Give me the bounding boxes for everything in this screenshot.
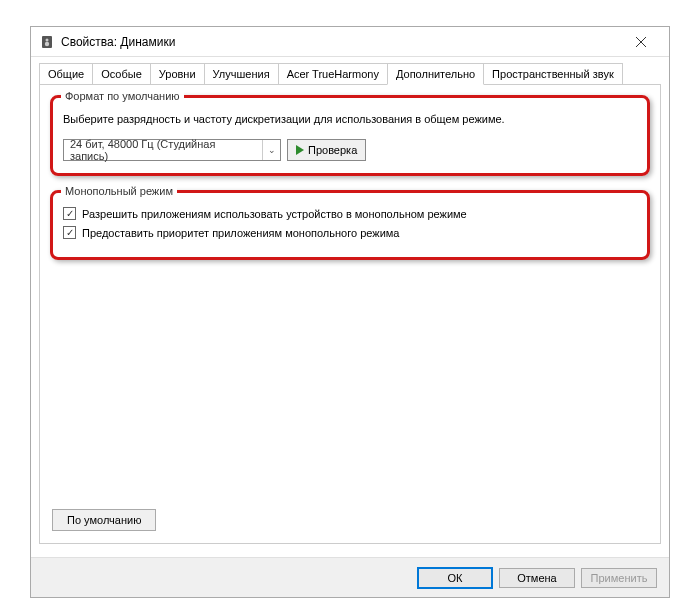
tab-panel-advanced: Формат по умолчанию Выберите разрядность… (39, 84, 661, 544)
dialog-footer: ОК Отмена Применить (31, 557, 669, 597)
svg-point-2 (45, 41, 49, 45)
tab-general[interactable]: Общие (39, 63, 93, 84)
cancel-button[interactable]: Отмена (499, 568, 575, 588)
tab-advanced[interactable]: Дополнительно (387, 63, 484, 85)
svg-point-1 (46, 38, 49, 41)
check-icon: ✓ (66, 209, 74, 219)
close-button[interactable] (621, 28, 661, 56)
format-row: 24 бит, 48000 Гц (Студийная запись) ⌄ Пр… (63, 139, 637, 161)
tab-custom[interactable]: Особые (92, 63, 151, 84)
tab-strip: Общие Особые Уровни Улучшения Acer TrueH… (31, 57, 669, 84)
exclusive-mode-title: Монопольный режим (61, 185, 177, 197)
tab-spatial[interactable]: Пространственный звук (483, 63, 623, 84)
test-button[interactable]: Проверка (287, 139, 366, 161)
apply-button[interactable]: Применить (581, 568, 657, 588)
test-button-label: Проверка (308, 144, 357, 156)
format-combobox[interactable]: 24 бит, 48000 Гц (Студийная запись) ⌄ (63, 139, 281, 161)
combobox-dropdown-button[interactable]: ⌄ (262, 140, 280, 160)
chevron-down-icon: ⌄ (268, 145, 276, 155)
allow-exclusive-checkbox[interactable]: ✓ (63, 207, 76, 220)
format-selected-value: 24 бит, 48000 Гц (Студийная запись) (64, 138, 262, 162)
restore-defaults-button[interactable]: По умолчанию (52, 509, 156, 531)
default-format-title: Формат по умолчанию (61, 90, 184, 102)
allow-exclusive-label: Разрешить приложениям использовать устро… (82, 208, 467, 220)
check-icon: ✓ (66, 228, 74, 238)
default-format-group: Формат по умолчанию Выберите разрядность… (50, 95, 650, 176)
priority-exclusive-label: Предоставить приоритет приложениям моноп… (82, 227, 399, 239)
titlebar: Свойства: Динамики (31, 27, 669, 57)
priority-exclusive-checkbox[interactable]: ✓ (63, 226, 76, 239)
tab-trueharmony[interactable]: Acer TrueHarmony (278, 63, 388, 84)
window-title: Свойства: Динамики (61, 35, 621, 49)
tab-levels[interactable]: Уровни (150, 63, 205, 84)
ok-button[interactable]: ОК (417, 567, 493, 589)
exclusive-mode-group: Монопольный режим ✓ Разрешить приложения… (50, 190, 650, 260)
allow-exclusive-row: ✓ Разрешить приложениям использовать уст… (63, 207, 637, 220)
play-icon (296, 145, 304, 155)
default-format-description: Выберите разрядность и частоту дискретиз… (63, 112, 637, 127)
speaker-icon (39, 34, 55, 50)
properties-dialog: Свойства: Динамики Общие Особые Уровни У… (30, 26, 670, 598)
priority-exclusive-row: ✓ Предоставить приоритет приложениям мон… (63, 226, 637, 239)
tab-enhancements[interactable]: Улучшения (204, 63, 279, 84)
close-icon (636, 37, 646, 47)
